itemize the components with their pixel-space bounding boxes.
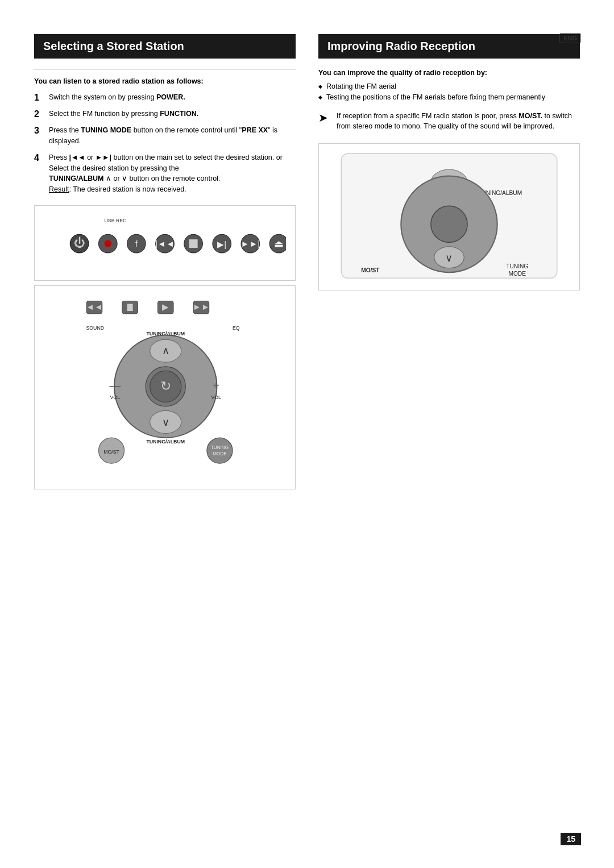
step-2-number: 2 bbox=[34, 109, 44, 119]
svg-text:⏻: ⏻ bbox=[74, 236, 85, 249]
svg-text:▶: ▶ bbox=[162, 302, 169, 312]
step-4: 4 Press |◄◄ or ►►| button on the main se… bbox=[34, 152, 296, 195]
sound-label: SOUND bbox=[86, 325, 104, 331]
remote-bottom-svg: ◄◄ ▶ ►► SOUND EQ TUNING/ALBUM bbox=[44, 294, 286, 479]
step-4-number: 4 bbox=[34, 152, 44, 163]
svg-text:+: + bbox=[213, 379, 219, 392]
step-1-text: Switch the system on by pressing POWER. bbox=[49, 92, 185, 103]
step-2: 2 Select the FM function by pressing FUN… bbox=[34, 109, 296, 119]
svg-text:∨: ∨ bbox=[446, 252, 453, 264]
right-column: Improving Radio Reception You can improv… bbox=[318, 34, 580, 834]
right-remote-svg: ∧ TUNING/ALBUM ∨ MO/ST TUNING MODE bbox=[325, 149, 574, 283]
right-remote-image: ∧ TUNING/ALBUM ∨ MO/ST TUNING MODE bbox=[318, 143, 580, 290]
steps-list: 1 Switch the system on by pressing POWER… bbox=[34, 92, 296, 195]
remote-top-image: USB REC ⏻ f |◄◄ bbox=[34, 205, 296, 281]
step-1: 1 Switch the system on by pressing POWER… bbox=[34, 92, 296, 103]
svg-rect-19 bbox=[127, 304, 133, 312]
note-text: If reception from a specific FM radio st… bbox=[337, 111, 580, 132]
vol-left-label: VOL bbox=[110, 395, 121, 401]
svg-text:|◄◄: |◄◄ bbox=[155, 239, 175, 248]
svg-text:f: f bbox=[135, 240, 138, 248]
svg-text:►►: ►► bbox=[193, 302, 210, 312]
step-1-number: 1 bbox=[34, 92, 44, 103]
tuning-album-bottom-label: TUNING/ALBUM bbox=[146, 439, 185, 445]
svg-text:∧: ∧ bbox=[162, 346, 169, 357]
svg-text:TUNING: TUNING bbox=[211, 445, 229, 450]
mo-st-right-label: MO/ST bbox=[361, 267, 380, 273]
svg-text:►►|: ►►| bbox=[241, 239, 260, 248]
eq-label: EQ bbox=[233, 325, 240, 331]
left-column: Selecting a Stored Station You can liste… bbox=[34, 34, 296, 834]
divider bbox=[34, 69, 296, 69]
step-3: 3 Press the TUNING MODE button on the re… bbox=[34, 125, 296, 147]
svg-text:↻: ↻ bbox=[160, 380, 171, 394]
bullet-item-1: Rotating the FM aerial bbox=[318, 81, 580, 92]
tuning-mode-right-label: TUNING bbox=[506, 263, 528, 269]
improvement-heading: You can improve the quality of radio rec… bbox=[318, 69, 580, 77]
svg-text:◄◄: ◄◄ bbox=[86, 302, 103, 312]
page-number-container: 15 bbox=[561, 833, 581, 845]
svg-point-43 bbox=[431, 206, 467, 242]
vol-right-label: VOL bbox=[211, 395, 221, 401]
svg-text:▶|: ▶| bbox=[217, 239, 226, 249]
left-section-title: Selecting a Stored Station bbox=[34, 34, 296, 59]
bullet-list: Rotating the FM aerial Testing the posit… bbox=[318, 81, 580, 103]
svg-point-3 bbox=[105, 240, 112, 247]
svg-text:⏏: ⏏ bbox=[274, 238, 284, 250]
right-section-title: Improving Radio Reception bbox=[318, 34, 580, 59]
usb-rec-label: USB REC bbox=[105, 218, 127, 223]
remote-top-svg: USB REC ⏻ f |◄◄ bbox=[44, 214, 286, 271]
svg-rect-9 bbox=[189, 239, 198, 248]
step-3-number: 3 bbox=[34, 125, 44, 136]
eng-badge: ENG bbox=[559, 33, 581, 43]
bullet-item-2: Testing the positions of the FM aerials … bbox=[318, 92, 580, 103]
instruction-heading: You can listen to a stored radio station… bbox=[34, 77, 296, 85]
note-arrow-icon: ➤ bbox=[318, 111, 331, 124]
svg-text:∨: ∨ bbox=[162, 417, 169, 428]
step-3-text: Press the TUNING MODE button on the remo… bbox=[49, 125, 296, 147]
tuning-mode-right-label2: MODE bbox=[508, 271, 526, 277]
svg-text:MO/ST: MO/ST bbox=[103, 449, 119, 455]
note-box: ➤ If reception from a specific FM radio … bbox=[318, 111, 580, 132]
svg-text:—: — bbox=[109, 379, 121, 392]
page-number: 15 bbox=[561, 833, 581, 845]
step-2-text: Select the FM function by pressing FUNCT… bbox=[49, 109, 198, 119]
svg-point-36 bbox=[207, 438, 233, 463]
remote-bottom-image: ◄◄ ▶ ►► SOUND EQ TUNING/ALBUM bbox=[34, 285, 296, 489]
svg-text:MODE: MODE bbox=[213, 452, 227, 457]
step-4-text: Press |◄◄ or ►►| button on the main set … bbox=[49, 152, 283, 195]
